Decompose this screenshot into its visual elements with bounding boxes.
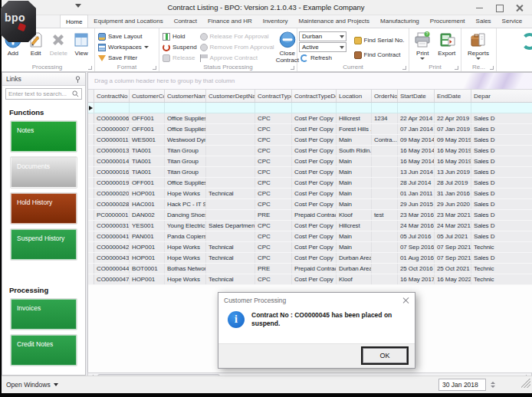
table-row[interactable]: CO0000011WES001Westwood Dyn...CPCCost Pe… xyxy=(88,135,532,146)
grid-cell[interactable]: 16 May 2022 xyxy=(435,274,471,284)
grid-cell[interactable]: OFF001 xyxy=(130,113,165,123)
grid-cell[interactable]: 22 Apr 2014 xyxy=(398,113,435,123)
grid-cell[interactable] xyxy=(372,242,398,252)
grid-cell[interactable]: CPC xyxy=(255,253,292,263)
grid-cell[interactable]: 07 Sep 2016 xyxy=(398,242,435,252)
grid-cell[interactable]: CPC xyxy=(255,231,292,241)
grid-cell[interactable]: CO0000014 xyxy=(94,156,130,166)
search-icon[interactable] xyxy=(72,90,79,97)
grid-cell[interactable]: CPC xyxy=(255,113,292,123)
filter-cell-contracttypedesc[interactable] xyxy=(292,103,337,113)
grid-cell[interactable]: DAN002 xyxy=(130,210,165,220)
grid-cell[interactable]: 07 Jan 2014 xyxy=(398,124,435,134)
grid-cell[interactable]: CPC xyxy=(255,178,292,188)
grid-cell[interactable]: Sales D xyxy=(471,189,532,198)
grid-cell[interactable]: Hack PC - IT Shop xyxy=(165,199,206,209)
function-button-invoices[interactable]: Invoices xyxy=(11,299,77,330)
grid-cell[interactable]: Hillcrest xyxy=(337,221,372,231)
tab-contract[interactable]: Contract xyxy=(169,15,202,28)
grid-cell[interactable]: 07 Sep 2021 xyxy=(435,253,471,263)
column-header-contracttype[interactable]: ContractType xyxy=(255,90,292,102)
grid-cell[interactable]: Office Supplies ... xyxy=(165,113,206,123)
grid-cell[interactable]: Main xyxy=(337,199,372,209)
delete-button[interactable]: Delete xyxy=(48,30,71,64)
grid-cell[interactable]: HAC001 xyxy=(130,199,165,209)
grid-cell[interactable]: Cost Per Copy xyxy=(292,253,337,263)
tab-service[interactable]: Service xyxy=(497,15,528,28)
group-launcher-icon[interactable] xyxy=(402,66,406,70)
grid-cell[interactable]: OFF001 xyxy=(130,178,165,188)
grid-cell[interactable]: HOP001 xyxy=(130,274,165,284)
table-row[interactable]: CO0000047HOP001Hope WorksTechnicalCPCCos… xyxy=(88,274,532,285)
grid-cell[interactable] xyxy=(372,146,398,156)
grid-cell[interactable]: Titan Group xyxy=(165,167,206,177)
grid-cell[interactable]: Prepaid Contract xyxy=(292,264,337,274)
grid-cell[interactable]: Cost Per Copy xyxy=(292,199,337,209)
grid-cell[interactable]: Titan Group xyxy=(165,146,206,156)
save-layout-button[interactable]: Save Layout xyxy=(97,31,150,41)
dialog-close-icon[interactable] xyxy=(402,297,409,304)
table-row[interactable]: PC0000001DAN002Dancing ShoesPREPrepaid C… xyxy=(88,210,532,221)
column-header-contractno[interactable]: ContractNo xyxy=(94,90,130,102)
grid-cell[interactable]: TIA001 xyxy=(130,156,165,166)
view-button[interactable]: View xyxy=(70,30,93,64)
status-select[interactable]: Active xyxy=(299,42,346,52)
grid-cell[interactable]: Hope Works xyxy=(165,242,206,252)
branch-select[interactable]: Durban xyxy=(299,31,346,41)
grid-cell[interactable]: Hillcrest xyxy=(337,113,372,123)
grid-cell[interactable]: CO0000028 xyxy=(94,199,130,209)
grid-cell[interactable]: Dancing Shoes xyxy=(165,210,206,220)
grid-cell[interactable]: CPC xyxy=(255,221,292,231)
grid-cell[interactable]: Durban Area xyxy=(337,253,372,263)
filter-cell-customerdeptname[interactable] xyxy=(206,103,255,113)
grid-cell[interactable]: Main xyxy=(337,189,372,198)
find-contract-button[interactable]: Find Contract xyxy=(353,50,408,60)
grid-cell[interactable] xyxy=(372,178,398,188)
grid-cell[interactable]: Sales D xyxy=(471,178,532,188)
grid-cell[interactable]: PC0000001 xyxy=(94,210,130,220)
grid-cell[interactable]: WES001 xyxy=(130,135,165,145)
grid-cell[interactable]: Cost Per Copy xyxy=(292,221,337,231)
function-button-hold-history[interactable]: Hold History xyxy=(11,193,77,224)
table-row[interactable]: CO0000016TIA001Titan GroupCPCCost Per Co… xyxy=(88,167,532,178)
column-header-contracttypedesc[interactable]: ContractTypeDesc xyxy=(292,90,337,102)
grid-cell[interactable]: Sales D xyxy=(471,221,532,231)
grid-cell[interactable]: Technical xyxy=(206,253,255,263)
grid-cell[interactable] xyxy=(372,189,398,198)
grid-cell[interactable] xyxy=(372,231,398,241)
grid-cell[interactable]: Cost Per Copy xyxy=(292,189,337,198)
release-for-approval-button[interactable]: Release For Approval xyxy=(199,31,276,41)
grid-cell[interactable]: South Ridin... xyxy=(337,146,372,156)
grid-cell[interactable]: 07 Sep 2021 xyxy=(435,242,471,252)
grid-cell[interactable]: Sales D xyxy=(471,231,532,241)
date-spinner[interactable] xyxy=(488,379,497,391)
grid-cell[interactable]: Cost Per Copy xyxy=(292,156,337,166)
grid-cell[interactable]: CPC xyxy=(255,135,292,145)
filter-cell-enddate[interactable] xyxy=(435,103,471,113)
group-launcher-icon[interactable] xyxy=(490,66,494,70)
table-row[interactable]: CO0000013TIA001Titan GroupCPCCost Per Co… xyxy=(88,146,532,156)
grid-cell[interactable]: 1234 xyxy=(372,113,398,123)
tab-home[interactable]: Home xyxy=(60,15,88,28)
group-launcher-icon[interactable] xyxy=(153,66,156,70)
column-header-enddate[interactable]: EndDate xyxy=(435,90,471,102)
release-button[interactable]: Release xyxy=(161,53,199,63)
table-row[interactable]: CO0000044BOT0001Bothas Networ...PREPrepa… xyxy=(88,264,532,274)
grid-cell[interactable]: PRE xyxy=(255,264,292,274)
grid-cell[interactable] xyxy=(372,264,398,274)
grid-cell[interactable]: CPC xyxy=(255,167,292,177)
grid-cell[interactable]: CPC xyxy=(255,124,292,134)
grid-cell[interactable] xyxy=(206,167,255,177)
grid-cell[interactable]: CO0000016 xyxy=(94,167,130,177)
grid-cell[interactable]: Sales D xyxy=(471,210,532,220)
filter-cell-location[interactable] xyxy=(337,103,372,113)
grid-cell[interactable]: Sales D xyxy=(471,156,532,166)
table-row[interactable]: CO0000042HOP001Hope WorksTechnicalCPCCos… xyxy=(88,242,532,253)
table-row[interactable]: CO0000043HOP001Hope WorksTechnicalCPCCos… xyxy=(88,253,532,264)
grid-cell[interactable]: 29 Jun 2020 xyxy=(435,199,471,209)
grid-cell[interactable] xyxy=(206,156,255,166)
grid-cell[interactable]: CO0000019 xyxy=(94,178,130,188)
grid-cell[interactable]: 07 Jan 2019 xyxy=(435,124,471,134)
grid-cell[interactable]: CO0000042 xyxy=(94,242,130,252)
grid-cell[interactable]: Durban Area xyxy=(337,264,372,274)
